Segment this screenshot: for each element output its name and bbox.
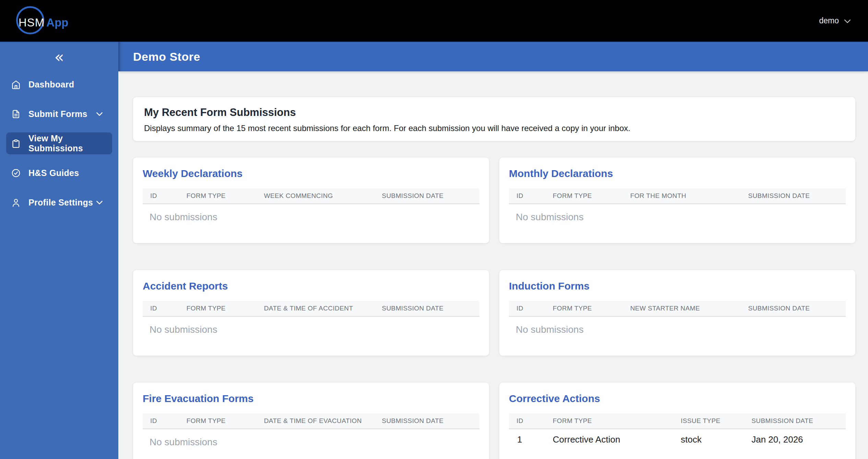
clipboard-icon <box>11 139 21 148</box>
card-title-link[interactable]: Corrective Actions <box>509 393 600 404</box>
user-menu[interactable]: demo <box>819 0 851 41</box>
card-monthly-declarations: Monthly Declarations ID FORM TYPE FOR TH… <box>499 157 855 243</box>
intro-card: My Recent Form Submissions Displays summ… <box>133 97 855 141</box>
sidebar-nav: Dashboard Submit Forms View My Submissio… <box>0 73 118 213</box>
sidebar-item-label: View My Submissions <box>28 133 104 153</box>
table-header-row: ID FORM TYPE DATE & TIME OF EVACUATION S… <box>143 413 479 429</box>
submissions-table: ID FORM TYPE NEW STARTER NAME SUBMISSION… <box>509 301 846 335</box>
logo-app-label: App <box>45 14 70 31</box>
user-icon <box>11 198 21 207</box>
submissions-table: ID FORM TYPE ISSUE TYPE SUBMISSION DATE … <box>509 413 846 450</box>
column-header: WEEK COMMENCING <box>261 192 379 200</box>
sidebar-item-submit-forms[interactable]: Submit Forms <box>6 103 112 125</box>
column-header: ID <box>509 417 549 425</box>
submissions-table: ID FORM TYPE FOR THE MONTH SUBMISSION DA… <box>509 188 846 223</box>
table-header-row: ID FORM TYPE ISSUE TYPE SUBMISSION DATE <box>509 413 846 429</box>
column-header: FORM TYPE <box>549 305 627 312</box>
column-header: ID <box>143 417 183 425</box>
cell-issue-type: stock <box>677 434 748 445</box>
page-title: Demo Store <box>133 50 200 63</box>
column-header: FOR THE MONTH <box>627 192 745 200</box>
card-title-link[interactable]: Weekly Declarations <box>143 168 242 179</box>
sidebar-item-dashboard[interactable]: Dashboard <box>6 73 112 95</box>
empty-state-text: No submissions <box>143 437 479 448</box>
sidebar-item-profile-settings[interactable]: Profile Settings <box>6 191 112 213</box>
column-header: ID <box>143 305 183 312</box>
sidebar-item-view-my-submissions[interactable]: View My Submissions <box>6 132 112 154</box>
submissions-table: ID FORM TYPE DATE & TIME OF EVACUATION S… <box>143 413 479 448</box>
logo-text: HSM App <box>19 14 71 31</box>
intro-title: My Recent Form Submissions <box>144 106 844 119</box>
card-weekly-declarations: Weekly Declarations ID FORM TYPE WEEK CO… <box>133 157 489 243</box>
table-row[interactable]: 1 Corrective Action stock Jan 20, 2026 <box>509 429 846 450</box>
column-header: SUBMISSION DATE <box>748 417 846 425</box>
logo-hsm-label: HSM <box>19 16 45 29</box>
document-icon <box>11 109 21 119</box>
column-header: SUBMISSION DATE <box>378 305 479 312</box>
main-content: My Recent Form Submissions Displays summ… <box>118 71 868 459</box>
card-title-link[interactable]: Fire Evacuation Forms <box>143 393 253 404</box>
table-header-row: ID FORM TYPE DATE & TIME OF ACCIDENT SUB… <box>143 301 479 317</box>
column-header: ID <box>143 192 183 200</box>
column-header: NEW STARTER NAME <box>627 305 745 312</box>
column-header: SUBMISSION DATE <box>378 417 479 425</box>
column-header: FORM TYPE <box>549 417 677 425</box>
empty-state-text: No submissions <box>143 212 479 223</box>
column-header: SUBMISSION DATE <box>745 192 846 200</box>
column-header: FORM TYPE <box>183 192 261 200</box>
sidebar-item-label: Profile Settings <box>28 198 93 208</box>
home-icon <box>11 80 21 89</box>
page-header: Demo Store <box>118 42 868 71</box>
column-header: ISSUE TYPE <box>677 417 748 425</box>
sidebar: « Dashboard Submit Forms View My Submiss… <box>0 42 118 459</box>
column-header: SUBMISSION DATE <box>378 192 479 200</box>
column-header: SUBMISSION DATE <box>745 305 846 312</box>
cell-id: 1 <box>509 434 549 445</box>
empty-state-text: No submissions <box>143 324 479 335</box>
column-header: FORM TYPE <box>183 305 261 312</box>
card-accident-reports: Accident Reports ID FORM TYPE DATE & TIM… <box>133 270 489 356</box>
user-menu-label: demo <box>819 16 839 25</box>
sidebar-item-label: Submit Forms <box>28 109 87 119</box>
column-header: FORM TYPE <box>183 417 261 425</box>
table-header-row: ID FORM TYPE WEEK COMMENCING SUBMISSION … <box>143 188 479 204</box>
sidebar-item-hs-guides[interactable]: H&S Guides <box>6 162 112 184</box>
submissions-table: ID FORM TYPE DATE & TIME OF ACCIDENT SUB… <box>143 301 479 335</box>
column-header: DATE & TIME OF EVACUATION <box>261 417 379 425</box>
sidebar-collapse-button[interactable]: « <box>47 51 72 64</box>
sidebar-item-label: Dashboard <box>28 80 74 90</box>
card-fire-evacuation-forms: Fire Evacuation Forms ID FORM TYPE DATE … <box>133 382 489 459</box>
empty-state-text: No submissions <box>509 212 846 223</box>
card-title-link[interactable]: Monthly Declarations <box>509 168 613 179</box>
card-title-link[interactable]: Accident Reports <box>143 280 228 292</box>
topbar: HSM App demo <box>0 0 868 42</box>
chevron-down-icon[interactable] <box>95 109 104 118</box>
table-header-row: ID FORM TYPE NEW STARTER NAME SUBMISSION… <box>509 301 846 317</box>
cell-form-type: Corrective Action <box>549 434 677 445</box>
column-header: DATE & TIME OF ACCIDENT <box>261 305 379 312</box>
submissions-table: ID FORM TYPE WEEK COMMENCING SUBMISSION … <box>143 188 479 223</box>
card-corrective-actions: Corrective Actions ID FORM TYPE ISSUE TY… <box>499 382 855 459</box>
cell-submission-date: Jan 20, 2026 <box>748 434 846 445</box>
intro-subtitle: Displays summary of the 15 most recent s… <box>144 123 844 133</box>
column-header: ID <box>509 305 549 312</box>
empty-state-text: No submissions <box>509 324 846 335</box>
app-logo: HSM App <box>16 6 74 36</box>
card-title-link[interactable]: Induction Forms <box>509 280 590 292</box>
table-header-row: ID FORM TYPE FOR THE MONTH SUBMISSION DA… <box>509 188 846 204</box>
chevron-down-icon <box>844 19 851 23</box>
column-header: ID <box>509 192 549 200</box>
column-header: FORM TYPE <box>549 192 627 200</box>
sidebar-item-label: H&S Guides <box>28 168 79 178</box>
chevron-down-icon[interactable] <box>95 198 104 207</box>
check-circle-icon <box>11 168 21 178</box>
cards-grid: Weekly Declarations ID FORM TYPE WEEK CO… <box>133 157 855 459</box>
card-induction-forms: Induction Forms ID FORM TYPE NEW STARTER… <box>499 270 855 356</box>
